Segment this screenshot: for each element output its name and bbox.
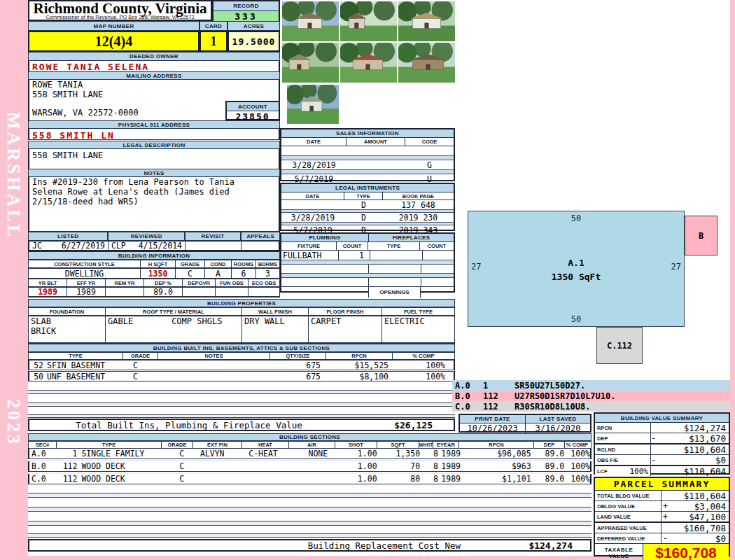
openings-label: OPENINGS xyxy=(369,287,421,298)
legal-description-value: 558 SMITH LANE xyxy=(28,149,280,169)
building-info-value-row-2: 1989 1989 89.0 xyxy=(28,287,280,298)
last-saved-label: LAST SAVED xyxy=(526,415,590,423)
divider xyxy=(28,414,455,418)
legal-description-header: LEGAL DESCRIPTION xyxy=(28,141,280,149)
taxable-value: $160,708 xyxy=(643,544,729,560)
sketch-dim-bottom: 50 xyxy=(468,314,684,324)
built-ins-row-1: 52 SFIN BASEMNT C 675 $15,525 100% xyxy=(28,360,455,370)
deeded-owner-name: ROWE TANIA SELENA xyxy=(28,61,280,71)
plumbing-count: 1 xyxy=(339,251,370,260)
condition: A xyxy=(205,269,232,278)
fuel-type-value: ELECTRIC xyxy=(382,316,454,342)
map-number-value: 12(4)4 xyxy=(28,31,200,52)
summary-row-rclnd: RCLND $110,604 xyxy=(595,444,729,455)
building-properties-header: BUILDING PROPERTIES xyxy=(28,299,455,307)
year-built: 1989 xyxy=(29,288,67,296)
fireplaces-header: FIREPLACES xyxy=(369,234,454,241)
county-header: Richmond County, Virginia Commissioner o… xyxy=(28,0,212,21)
built-ins-total-row: Total Built Ins, Plumbing & Fireplace Va… xyxy=(28,419,455,431)
plumbing-fixture: FULLBATH xyxy=(281,251,339,260)
foundation-value: SLAB BRICK xyxy=(29,316,106,342)
account-label: ACCOUNT xyxy=(227,102,279,111)
parcel-row-bldg: TOTAL BLDG VALUE $110,604 xyxy=(595,491,729,501)
notes-line-3: 2/15/18-deed had WRS) xyxy=(29,197,279,206)
functional-obs xyxy=(216,288,248,296)
openings-value xyxy=(421,287,454,298)
record-value: 333 xyxy=(214,11,279,21)
legal-instruments-box: LEGAL INSTRUMENTS DATE TYPE BOOK PAGE D … xyxy=(280,183,455,231)
map-number-label: MAP NUMBER xyxy=(28,21,200,31)
divider xyxy=(281,155,454,160)
replacement-cost-value: $124,274 xyxy=(489,540,590,551)
depreciation-pct: 89.0 xyxy=(144,288,183,296)
construction-style: DWELLING xyxy=(29,269,141,278)
divider xyxy=(28,390,455,394)
divider xyxy=(28,402,455,407)
property-photo-3[interactable] xyxy=(398,1,455,41)
built-ins-row-2: 50 UNF BASEMENT C 675 $8,100 100% xyxy=(28,371,455,382)
summary-row-rpcn: RPCN $124,274 xyxy=(595,423,729,433)
year-watermark: 2023 xyxy=(3,399,24,455)
county-title: Richmond County, Virginia xyxy=(29,1,211,15)
sales-information-header: SALES INFORMATION xyxy=(281,130,454,138)
sketch-code-b: B.0 112 U27R50D1SR7D10L7U10. xyxy=(452,391,730,401)
divider xyxy=(28,507,592,512)
notes-block: Ins #2019-230 from Lena Pearson to Tania… xyxy=(28,177,280,232)
property-photo-1[interactable] xyxy=(282,1,339,41)
print-date-value: 10/26/2023 xyxy=(460,424,526,433)
deeded-owner-header: DEEDED OWNER xyxy=(28,52,280,61)
rooms: 6 xyxy=(232,269,256,278)
notes-line-2: Selena Rowe at Lena's death (James died xyxy=(29,187,279,197)
built-ins-total-value: $26,125 xyxy=(349,420,454,430)
sketch-dim-top: 50 xyxy=(468,214,684,223)
property-photo-5[interactable] xyxy=(340,43,397,83)
mailing-line-1: ROWE TANIA xyxy=(29,80,279,90)
property-photo-2[interactable] xyxy=(340,1,397,41)
building-sections-header-row: SEC# TYPE GRADE EXT FIN HEAT AIR SHGT SQ… xyxy=(28,441,592,449)
instrument-row-1: D 137 648 xyxy=(281,200,454,209)
parcel-row-land: LAND VALUE + $47,100 xyxy=(595,512,729,523)
sketch-section-b: B xyxy=(685,216,718,255)
divider xyxy=(28,533,592,538)
sales-header-row: DATE AMOUNT CODE xyxy=(281,138,454,146)
property-photo-7[interactable] xyxy=(287,85,339,124)
card-value: 1 xyxy=(200,31,227,52)
sketch-section-a: 50 50 27 27 A.1 1350 SqFt xyxy=(468,211,685,327)
floor-finish-value: CARPET xyxy=(309,316,382,342)
print-date-label: PRINT DATE xyxy=(460,415,526,423)
divider xyxy=(28,521,592,526)
sketch-code-a: A.0 1 SR50U27L50D27. xyxy=(452,380,730,391)
sketch-code-c: C.0 112 R30SR10D8L10U8. xyxy=(452,401,730,412)
bedrooms: 3 xyxy=(256,269,279,278)
divider xyxy=(28,493,592,498)
account-value: 23850 xyxy=(227,111,279,121)
building-sections-header: BUILDING SECTIONS xyxy=(28,433,592,441)
revisit-label: REVISIT xyxy=(185,232,241,241)
review-header-row: LISTED REVIEWED REVISIT APPEALS xyxy=(28,232,280,241)
wall-finish-value: DRY WALL xyxy=(242,316,309,342)
remodel-year xyxy=(106,288,144,296)
replacement-cost-row: Building Replacement Cost New $124,274 xyxy=(28,539,592,552)
county-subtitle: Commissioner of the Revenue, PO Box 365,… xyxy=(29,14,211,20)
last-saved-value: 3/16/2020 xyxy=(526,424,590,433)
listed-value: JC6/27/2019 xyxy=(29,241,108,250)
plumbing-header: PLUMBING xyxy=(281,234,369,241)
sales-row-1 xyxy=(281,146,454,155)
notes-line-1: Ins #2019-230 from Lena Pearson to Tania xyxy=(29,177,279,187)
revisit-value xyxy=(186,241,241,250)
parcel-row-obldg: OBLDG VALUE + $3,004 xyxy=(595,501,729,512)
grade: C xyxy=(176,269,205,278)
mailing-address-header: MAILING ADDRESS xyxy=(28,71,280,80)
account-box: ACCOUNT 23850 xyxy=(225,101,280,120)
reviewed-label: REVIEWED xyxy=(108,232,185,241)
building-properties-value-row: SLAB BRICK GABLE COMP SHGLS DRY WALL CAR… xyxy=(28,316,455,344)
building-properties-header-row: FOUNDATION ROOF TYPE / MATERIAL WALL FIN… xyxy=(28,307,455,316)
property-photo-4[interactable] xyxy=(282,43,339,83)
building-section-row-a: A.0 1 SINGLE FAMILY C ALVYN C-HEAT NONE … xyxy=(28,449,592,459)
dep-override xyxy=(183,288,216,296)
listed-label: LISTED xyxy=(28,232,108,241)
building-section-row-b: B.0 112 WOOD DECK C 1.00 70 8 1989 $963 … xyxy=(28,461,592,472)
property-photo-6[interactable] xyxy=(398,43,455,83)
record-box: RECORD 333 xyxy=(212,0,280,21)
building-info-value-row-1: DWELLING 1350 C A 6 3 xyxy=(28,268,280,279)
